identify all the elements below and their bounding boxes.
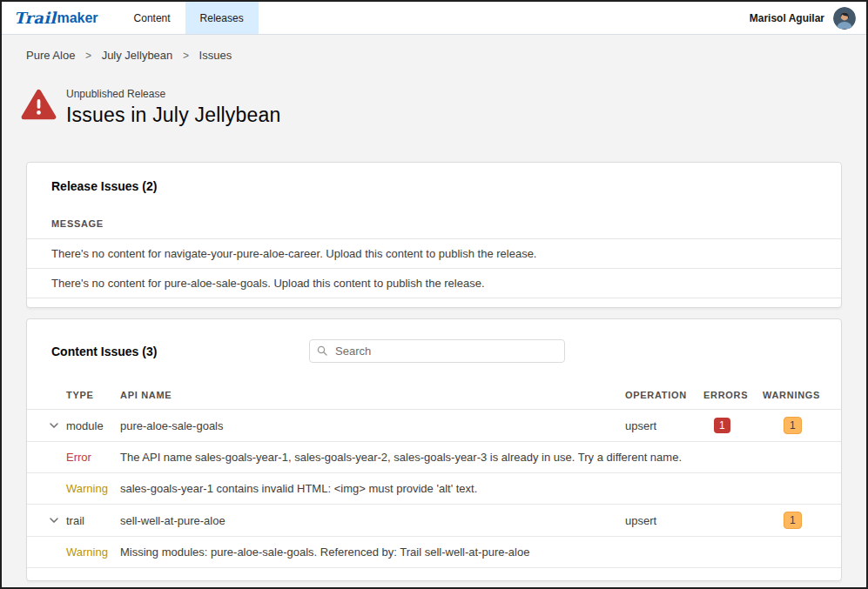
search-icon <box>317 345 327 356</box>
column-header-type: TYPE <box>66 390 120 400</box>
breadcrumb: Pure Aloe > July Jellybean > Issues <box>2 35 866 62</box>
detail-message: sales-goals-year-1 contains invalid HTML… <box>120 482 841 495</box>
issue-message-row: There's no content for pure-aloe-sale-go… <box>27 269 841 298</box>
content-issues-title: Content Issues (3) <box>51 345 309 358</box>
content-issues-card: Content Issues (3) TYPE API NAME OPERATI… <box>26 318 842 581</box>
detail-message: Missing modules: pure-aloe-sale-goals. R… <box>120 545 841 559</box>
row-operation: upsert <box>625 514 703 527</box>
breadcrumb-link-pure-aloe[interactable]: Pure Aloe <box>26 49 75 62</box>
release-issues-title: Release Issues (2) <box>27 163 841 211</box>
breadcrumb-current-issues: Issues <box>199 49 232 62</box>
primary-nav: Content Releases <box>119 2 259 34</box>
column-header-api-name: API NAME <box>120 390 625 400</box>
row-api-name: sell-well-at-pure-aloe <box>120 514 625 527</box>
column-header-errors: ERRORS <box>703 390 763 400</box>
breadcrumb-separator-icon: > <box>85 50 91 62</box>
warnings-badge: 1 <box>784 512 802 529</box>
table-row[interactable]: module pure-aloe-sale-goals upsert 1 1 <box>27 410 841 442</box>
chevron-down-icon[interactable] <box>48 516 60 525</box>
app-window: Trailmaker Content Releases Marisol Agui… <box>0 0 868 589</box>
trailmaker-logo: Trailmaker <box>14 2 98 34</box>
row-api-name: pure-aloe-sale-goals <box>120 419 625 432</box>
table-header: TYPE API NAME OPERATION ERRORS WARNINGS <box>27 380 841 410</box>
detail-row: Warning Missing modules: pure-aloe-sale-… <box>27 537 841 568</box>
avatar-image <box>833 7 856 30</box>
avatar[interactable] <box>833 7 856 30</box>
row-type: module <box>66 419 120 432</box>
message-column-header: MESSAGE <box>27 211 841 239</box>
page-eyebrow: Unpublished Release <box>66 88 280 100</box>
column-header-operation: OPERATION <box>625 390 703 400</box>
chevron-down-icon[interactable] <box>48 421 60 430</box>
detail-message: The API name sales-goals-year-1, sales-g… <box>120 451 841 464</box>
warning-triangle-icon <box>21 89 57 121</box>
page-header-text: Unpublished Release Issues in July Jelly… <box>66 86 280 127</box>
page-title: Issues in July Jellybean <box>66 104 280 127</box>
release-issues-card: Release Issues (2) MESSAGE There's no co… <box>26 162 842 308</box>
logo-text-maker: maker <box>57 10 98 26</box>
user-menu: Marisol Aguilar <box>750 2 866 34</box>
row-operation: upsert <box>625 419 703 432</box>
detail-kind-warning: Warning <box>66 482 120 495</box>
row-type: trail <box>66 514 120 527</box>
detail-row: Warning sales-goals-year-1 contains inva… <box>27 473 841 505</box>
tab-content[interactable]: Content <box>119 2 185 34</box>
content-issues-header: Content Issues (3) <box>27 319 841 380</box>
errors-badge: 1 <box>714 418 730 433</box>
tab-releases[interactable]: Releases <box>185 2 259 34</box>
search-input[interactable] <box>309 339 565 363</box>
top-navigation-bar: Trailmaker Content Releases Marisol Agui… <box>2 2 866 35</box>
issue-message-row: There's no content for navigate-your-pur… <box>27 239 841 269</box>
breadcrumb-link-july-jellybean[interactable]: July Jellybean <box>102 49 173 62</box>
page-header: Unpublished Release Issues in July Jelly… <box>21 86 842 127</box>
detail-kind-warning: Warning <box>66 545 120 559</box>
search-box <box>309 339 565 363</box>
table-row[interactable]: trail sell-well-at-pure-aloe upsert 1 <box>27 505 841 537</box>
detail-row: Error The API name sales-goals-year-1, s… <box>27 442 841 473</box>
logo-text-trail: Trail <box>14 9 56 27</box>
breadcrumb-separator-icon: > <box>183 50 189 62</box>
column-header-warnings: WARNINGS <box>763 390 841 400</box>
warnings-badge: 1 <box>784 417 802 434</box>
detail-kind-error: Error <box>66 451 120 464</box>
user-name: Marisol Aguilar <box>750 12 824 24</box>
